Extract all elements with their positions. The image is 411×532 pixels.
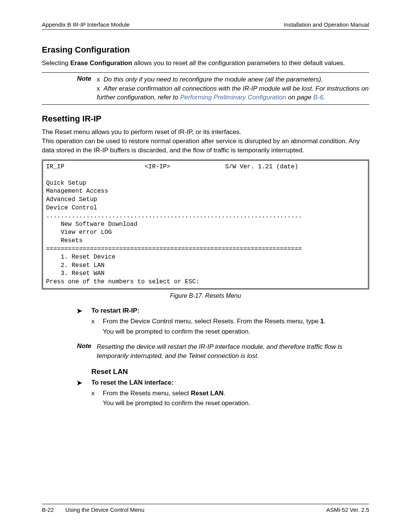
term-header-mid: <IR-IP>: [145, 163, 170, 170]
footer-row: B-22 Using the Device Control Menu ASMi-…: [42, 504, 369, 513]
term-item: Device Control: [46, 204, 97, 211]
resetting-paragraph-1: The Reset menu allows you to perform res…: [42, 128, 369, 137]
step-text: From the Device Control menu, select Res…: [103, 317, 326, 326]
bold-text: Reset LAN: [191, 390, 223, 397]
text: .: [324, 318, 326, 325]
footer-page: B-22: [42, 506, 54, 513]
text: Selecting: [42, 59, 70, 67]
term-option: 3. Reset WAN: [46, 270, 105, 277]
text: on page: [286, 94, 313, 101]
text: allows you to reset: [132, 59, 189, 67]
term-dots: ........................................…: [46, 212, 302, 219]
note-block-1: Note xDo this only if you need to reconf…: [42, 72, 369, 105]
cross-ref-link[interactable]: Performing Preliminary Configuration: [180, 94, 286, 101]
bold-text: Erase Configuration: [70, 59, 132, 67]
term-subitem: New Software Download: [46, 221, 137, 228]
erasing-paragraph: Selecting Erase Configuration allows you…: [42, 59, 369, 68]
term-item: Management Access: [46, 188, 108, 195]
procedure-row: ➤ To reset the LAN interface:: [76, 379, 369, 387]
text: .: [223, 390, 225, 397]
term-item: Advanced Setup: [46, 196, 97, 203]
text: .: [323, 94, 325, 101]
step-text: From the Resets menu, select Reset LAN.: [103, 389, 225, 398]
header-right: Installation and Operation Manual: [284, 21, 369, 28]
text: From the Device Control menu, select Res…: [103, 318, 320, 325]
note-body: xDo this only if you need to reconfigure…: [97, 75, 369, 102]
arrow-icon: ➤: [76, 307, 91, 315]
note-line-2: xAfter erase confirmation all connection…: [97, 84, 369, 102]
bullet-x: x: [91, 389, 103, 398]
procedure-title: To restart IR-IP:: [91, 307, 139, 315]
page-ref-link[interactable]: B-6: [313, 94, 323, 101]
content: Erasing Configuration Selecting Erase Co…: [42, 45, 369, 407]
procedure-title: To reset the LAN interface:: [91, 379, 174, 387]
text: the configuration parameters to their de…: [196, 59, 345, 67]
term-header-right: S/W Ver. 1.21 (date): [225, 163, 298, 170]
note-label: Note: [42, 342, 97, 361]
note-block-2: Note Resetting the device will restart t…: [42, 341, 369, 362]
subsection-title: Reset LAN: [91, 367, 369, 376]
term-divider: ========================================…: [46, 246, 302, 252]
note-label: Note: [42, 75, 97, 102]
term-subitem: View error LOG: [46, 229, 112, 236]
footer-left: B-22 Using the Device Control Menu: [42, 506, 144, 513]
step-row: x From the Device Control menu, select R…: [91, 317, 369, 326]
section-title-erasing: Erasing Configuration: [42, 45, 369, 55]
header: Appendix B IR-IP Interface Module Instal…: [42, 21, 369, 30]
footer: B-22 Using the Device Control Menu ASMi-…: [42, 504, 369, 513]
step-row: x From the Resets menu, select Reset LAN…: [91, 389, 369, 398]
page: Appendix B IR-IP Interface Module Instal…: [0, 0, 411, 532]
section-title-resetting: Resetting IR-IP: [42, 114, 369, 124]
bullet-x: x: [91, 317, 103, 326]
terminal-screen: IR_IP <IR-IP> S/W Ver. 1.21 (date) Quick…: [42, 160, 369, 290]
footer-right: ASMi-52 Ver. 2.5: [326, 506, 369, 513]
footer-section: Using the Device Control Menu: [65, 506, 145, 513]
note-line-1: xDo this only if you need to reconfigure…: [97, 75, 369, 84]
term-header-left: IR_IP: [46, 163, 64, 170]
resetting-paragraph-2: This operation can be used to restore no…: [42, 137, 369, 155]
bullet-x: x: [97, 84, 104, 93]
header-left: Appendix B IR-IP Interface Module: [42, 21, 130, 28]
term-option: 2. Reset LAN: [46, 262, 105, 269]
arrow-icon: ➤: [76, 379, 91, 387]
term-item: Quick Setup: [46, 180, 86, 187]
step-result: You will be prompted to confirm the rese…: [103, 399, 369, 407]
term-option: 1. Reset Device: [46, 254, 115, 260]
figure-caption: Figure B-17. Resets Menu: [42, 292, 369, 299]
text: From the Resets menu, select: [103, 390, 191, 397]
bullet-x: x: [97, 75, 104, 84]
step-result: You will be prompted to confirm the rese…: [103, 328, 369, 335]
procedure-row: ➤ To restart IR-IP:: [76, 307, 369, 315]
note-body: Resetting the device will restart the IR…: [97, 342, 369, 361]
bold-text: 1: [320, 318, 324, 325]
italic-text: all: [189, 59, 196, 67]
term-subitem: Resets: [46, 237, 83, 244]
text: Do this only if you need to reconfigure …: [104, 76, 323, 83]
term-prompt: Press one of the numbers to select or ES…: [46, 278, 199, 285]
